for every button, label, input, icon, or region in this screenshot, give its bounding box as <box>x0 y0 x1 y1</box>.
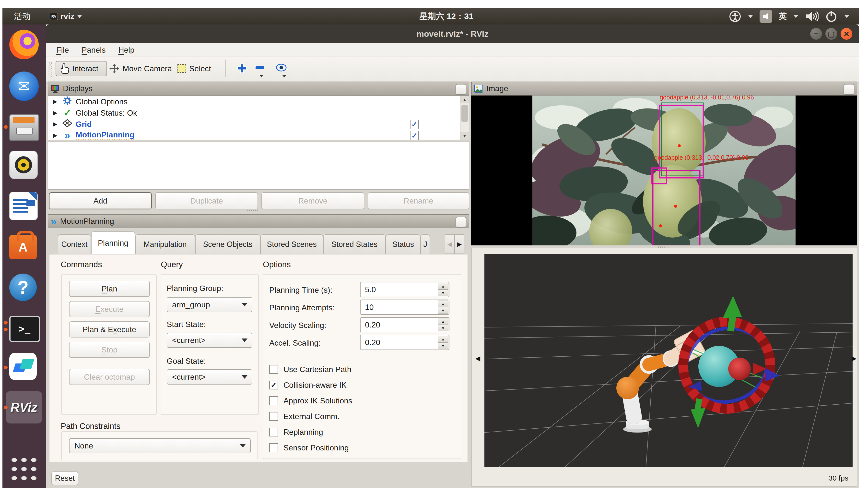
visibility-tool-icon[interactable] <box>276 63 287 73</box>
dock-thunderbird-icon[interactable]: ✉ <box>9 71 39 101</box>
tab-scroll-left-button[interactable]: ◀ <box>445 234 455 254</box>
tree-row-global-status[interactable]: ▶ ✓ Global Status: Ok <box>48 107 469 119</box>
dock-rhythmbox-icon[interactable] <box>9 151 39 180</box>
show-applications-button[interactable] <box>9 456 39 485</box>
dock-software-icon[interactable]: A <box>9 233 39 262</box>
tab-stored-states[interactable]: Stored States <box>323 234 386 254</box>
expander-icon[interactable]: ▶ <box>53 110 57 116</box>
float-panel-button[interactable] <box>844 84 854 95</box>
move-camera-tool-button[interactable]: Move Camera <box>109 61 172 76</box>
mute-indicator-button[interactable] <box>760 10 772 23</box>
spin-down-icon[interactable]: ▼ <box>438 325 448 331</box>
reset-button[interactable]: Reset <box>51 472 78 485</box>
3d-viewport[interactable] <box>484 254 853 467</box>
tab-manipulation[interactable]: Manipulation <box>135 234 195 254</box>
start-state-select[interactable]: <current> <box>167 332 252 348</box>
duplicate-display-button[interactable]: Duplicate <box>155 192 258 209</box>
motionplanning-panel-header[interactable]: » MotionPlanning <box>48 214 469 228</box>
volume-icon[interactable] <box>805 10 818 23</box>
spin-up-icon[interactable]: ▲ <box>438 336 448 342</box>
scroll-up-icon[interactable]: ▲ <box>460 96 469 103</box>
image-panel-header[interactable]: Image <box>471 82 857 96</box>
spin-down-icon[interactable]: ▼ <box>438 342 448 349</box>
chevron-down-icon[interactable] <box>748 15 753 18</box>
goal-state-select[interactable]: <current> <box>167 369 252 385</box>
external-comm-checkbox[interactable]: External Comm. <box>269 411 339 421</box>
chevron-down-icon[interactable] <box>844 15 849 18</box>
plan-and-execute-button[interactable]: Plan & Execute <box>69 321 150 338</box>
maximize-button[interactable]: ▢ <box>826 28 837 40</box>
dock-writer-icon[interactable] <box>9 192 39 221</box>
menu-panels[interactable]: Panels <box>82 46 106 55</box>
chevron-down-icon[interactable] <box>793 15 798 18</box>
plan-button[interactable]: Plan <box>69 281 150 297</box>
rename-display-button[interactable]: Rename <box>368 192 469 209</box>
tree-row-global-options[interactable]: ▶ Global Options <box>48 96 469 107</box>
minimize-button[interactable]: − <box>810 28 822 40</box>
panel-scroll-left-icon[interactable]: ◀ <box>475 355 480 362</box>
float-panel-button[interactable] <box>456 217 466 227</box>
tab-joints-clipped[interactable]: J <box>421 234 430 254</box>
dock-firefox-icon[interactable] <box>9 30 39 59</box>
scrollbar-thumb[interactable] <box>461 105 468 122</box>
float-panel-button[interactable] <box>456 84 466 95</box>
select-tool-button[interactable]: Select <box>177 61 211 76</box>
spin-up-icon[interactable]: ▲ <box>438 301 448 307</box>
sensor-positioning-checkbox[interactable]: Sensor Positioning <box>269 443 349 453</box>
add-tool-icon[interactable] <box>237 63 247 74</box>
panel-scroll-right-icon[interactable]: ▶ <box>852 355 856 362</box>
chevron-down-icon[interactable] <box>282 75 286 78</box>
tab-status[interactable]: Status <box>386 234 421 254</box>
tab-planning[interactable]: Planning <box>91 232 135 254</box>
remove-display-button[interactable]: Remove <box>262 192 364 209</box>
menu-file[interactable]: File <box>56 46 69 55</box>
use-cartesian-path-checkbox[interactable]: Use Cartesian Path <box>269 364 351 374</box>
window-title-bar[interactable]: moveit.rviz* - RViz − ▢ ✕ <box>46 24 859 44</box>
execute-button[interactable]: Execute <box>69 301 150 317</box>
replanning-checkbox[interactable]: Replanning <box>269 427 323 437</box>
expander-icon[interactable]: ▶ <box>53 132 57 139</box>
tree-row-grid[interactable]: ▶ Grid <box>48 119 469 130</box>
spin-down-icon[interactable]: ▼ <box>438 307 448 314</box>
tree-scrollbar[interactable]: ▲ ▼ <box>460 96 469 140</box>
remove-tool-icon[interactable] <box>255 66 264 69</box>
accessibility-icon[interactable] <box>729 10 741 23</box>
spin-down-icon[interactable]: ▼ <box>438 290 448 296</box>
dock-todesk-icon[interactable] <box>9 353 39 382</box>
planning-time-spinbox[interactable]: 5.0 ▲▼ <box>360 282 449 297</box>
close-button[interactable]: ✕ <box>840 28 852 40</box>
expander-icon[interactable]: ▶ <box>53 121 57 127</box>
add-display-button[interactable]: Add <box>49 192 152 209</box>
expander-icon[interactable]: ▶ <box>53 99 57 105</box>
dock-rviz-icon[interactable]: RViz <box>6 391 42 424</box>
activities-button[interactable]: 活动 <box>14 11 31 22</box>
stop-button[interactable]: Stop <box>69 342 150 358</box>
toolbar-grip[interactable] <box>48 62 52 76</box>
app-menu[interactable]: RV rviz <box>50 12 82 21</box>
input-method-indicator[interactable]: 英 <box>779 11 787 22</box>
tab-stored-scenes[interactable]: Stored Scenes <box>261 234 323 254</box>
power-icon[interactable] <box>825 10 838 23</box>
clear-octomap-button[interactable]: Clear octomap <box>69 369 150 385</box>
spin-up-icon[interactable]: ▲ <box>438 283 448 290</box>
clock[interactable]: 星期六 12：31 <box>419 8 474 24</box>
tree-row-motionplanning[interactable]: ▶ » MotionPlanning <box>48 130 469 140</box>
camera-image-view[interactable]: goodapple (0.313, -0.01,0.76) 0.96 gooda… <box>471 96 857 245</box>
collision-aware-ik-checkbox[interactable]: Collision-aware IK <box>269 380 347 390</box>
velocity-scaling-spinbox[interactable]: 0.20 ▲▼ <box>360 317 449 332</box>
tab-scene-objects[interactable]: Scene Objects <box>195 234 261 254</box>
approx-ik-solutions-checkbox[interactable]: Approx IK Solutions <box>269 396 352 406</box>
grid-enabled-checkbox[interactable] <box>410 120 419 129</box>
accel-scaling-spinbox[interactable]: 0.20 ▲▼ <box>360 335 449 350</box>
tab-scroll-right-button[interactable]: ▶ <box>455 234 464 254</box>
menu-help[interactable]: Help <box>118 46 135 55</box>
dock-help-icon[interactable]: ? <box>9 274 39 303</box>
dock-files-icon[interactable] <box>9 112 39 141</box>
spin-up-icon[interactable]: ▲ <box>438 318 448 325</box>
interact-tool-button[interactable]: Interact <box>56 61 107 76</box>
path-constraints-select[interactable]: None <box>69 438 251 454</box>
motionplanning-enabled-checkbox[interactable] <box>410 131 419 140</box>
scroll-down-icon[interactable]: ▼ <box>460 132 469 140</box>
displays-panel-header[interactable]: Displays <box>48 82 469 96</box>
chevron-down-icon[interactable] <box>259 75 264 78</box>
